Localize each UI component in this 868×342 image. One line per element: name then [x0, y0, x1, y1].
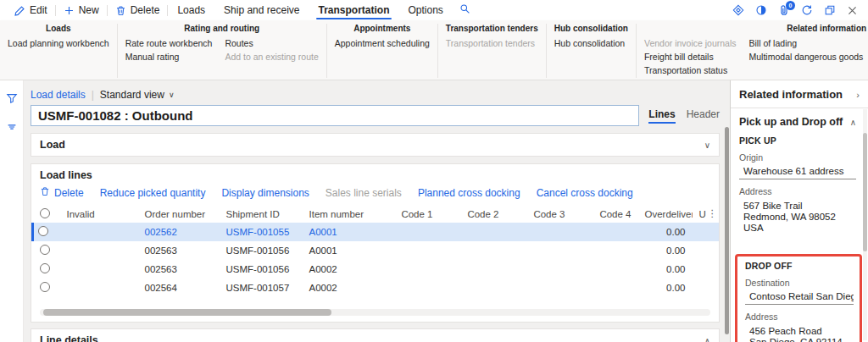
open-in-new-window-icon[interactable] [824, 4, 836, 16]
related-information-header[interactable]: Related information › [731, 80, 868, 108]
table-row[interactable]: 002563 USMF-001056 A0001 0.00 [33, 241, 720, 260]
close-icon[interactable] [847, 5, 858, 16]
column-code-3[interactable]: Code 3 [506, 205, 572, 223]
reduce-picked-quantity-button[interactable]: Reduce picked quantity [100, 187, 206, 199]
related-information-title: Related information [739, 88, 843, 101]
panel-scrollbar-thumb[interactable] [863, 133, 867, 251]
new-button[interactable]: New [56, 0, 107, 20]
contrast-icon[interactable] [755, 4, 767, 16]
delete-line-button[interactable]: Delete [40, 186, 84, 199]
tab-lines[interactable]: Lines [648, 108, 675, 124]
pickup-dropoff-group-header[interactable]: Pick up and Drop off ∧ [739, 114, 856, 135]
line-details-section-header[interactable]: Line details ∧ [31, 329, 719, 342]
order-number-cell[interactable]: 002562 [138, 223, 220, 241]
vertical-scrollbar-thumb[interactable] [725, 127, 729, 334]
shipment-id-cell[interactable]: USMF-001056 [220, 260, 303, 279]
column-code-1[interactable]: Code 1 [386, 205, 440, 223]
edit-button[interactable]: Edit [7, 0, 55, 20]
display-dimensions-button[interactable]: Display dimensions [221, 187, 309, 199]
search-icon[interactable] [453, 3, 477, 17]
pickup-dropoff-body: Pick up and Drop off ∧ PICK UP Origin Wa… [731, 108, 868, 342]
column-invalid[interactable]: Invalid [60, 205, 138, 223]
planned-cross-docking-button[interactable]: Planned cross docking [418, 187, 520, 199]
breadcrumb-load-details-link[interactable]: Load details [31, 89, 86, 101]
ribbon-item-multimodal-dangerous-goods[interactable]: Multimodal dangerous goods [749, 50, 864, 63]
column-options-icon[interactable]: ⋮ [708, 207, 718, 219]
select-all-header[interactable] [33, 205, 60, 223]
list-pane-icon[interactable] [6, 121, 18, 133]
order-number-cell[interactable]: 002563 [138, 260, 220, 279]
row-select-cell[interactable] [33, 279, 60, 297]
attachments-icon[interactable]: 0 [778, 4, 790, 16]
chevron-right-icon[interactable]: › [856, 90, 860, 100]
menu-tab-options[interactable]: Options [399, 2, 453, 19]
ribbon-group-loads: Loads Load planning workbench [0, 24, 118, 78]
select-all-radio[interactable] [40, 208, 50, 218]
load-section-header[interactable]: Load ∨ [31, 134, 719, 156]
column-order-number[interactable]: Order number [138, 205, 220, 223]
column-item-number[interactable]: Item number [303, 205, 386, 223]
ribbon-item-routes[interactable]: Routes [225, 36, 318, 50]
page-title-field[interactable]: USMF-001082 : Outbound [31, 105, 639, 126]
menu-tab-transportation[interactable]: Transportation [309, 2, 398, 19]
ribbon-item-transportation-status[interactable]: Transportation status [644, 63, 737, 77]
column-code-4[interactable]: Code 4 [572, 205, 638, 223]
shipment-id-cell[interactable]: USMF-001056 [220, 241, 303, 260]
view-selector[interactable]: Standard view ∨ [100, 89, 175, 101]
chevron-up-icon[interactable]: ∧ [850, 118, 856, 127]
order-number-cell[interactable]: 002564 [138, 279, 220, 297]
row-radio[interactable] [40, 282, 50, 292]
row-radio[interactable] [40, 245, 50, 255]
horizontal-scrollbar[interactable] [40, 309, 710, 316]
row-select-cell[interactable] [33, 260, 60, 279]
row-select-cell[interactable] [33, 223, 60, 241]
ribbon-item-hub-consolidation[interactable]: Hub consolidation [554, 36, 625, 50]
ribbon-item-manual-rating[interactable]: Manual rating [125, 50, 213, 63]
delete-button[interactable]: Delete [108, 0, 168, 20]
table-row[interactable]: 002564 USMF-001057 A0002 0.00 [33, 279, 720, 297]
sales-line-serials-button: Sales line serials [326, 187, 402, 199]
load-lines-section-header[interactable]: Load lines [31, 164, 719, 185]
item-number-cell[interactable]: A0002 [303, 260, 386, 279]
load-lines-section: Load lines Delete Reduce picked quantity… [31, 163, 720, 323]
column-shipment-id[interactable]: Shipment ID [220, 205, 303, 223]
diamond-icon[interactable] [732, 4, 744, 16]
filter-icon[interactable] [6, 92, 18, 104]
ribbon-item-appointment-scheduling[interactable]: Appointment scheduling [335, 36, 430, 50]
row-radio[interactable] [38, 226, 48, 236]
chevron-up-icon[interactable]: ∧ [704, 336, 710, 342]
item-number-cell[interactable]: A0002 [303, 279, 386, 297]
column-u-truncated[interactable]: U⋮ [693, 205, 720, 223]
tab-header[interactable]: Header [687, 108, 720, 124]
origin-field[interactable]: Warehouse 61 address [739, 163, 856, 179]
table-row[interactable]: 002562 USMF-001055 A0001 0.00 [33, 223, 720, 241]
overdelivery-cell: 0.00 [638, 241, 693, 260]
column-code-2[interactable]: Code 2 [440, 205, 506, 223]
vertical-scrollbar[interactable] [724, 80, 730, 342]
horizontal-scrollbar-thumb[interactable] [43, 309, 331, 316]
related-information-panel: Related information › Pick up and Drop o… [730, 80, 868, 342]
row-select-cell[interactable] [33, 241, 60, 260]
column-overdelivery[interactable]: Overdelivery [638, 205, 693, 223]
item-number-cell[interactable]: A0001 [303, 241, 386, 260]
ribbon-item-load-planning-workbench[interactable]: Load planning workbench [8, 36, 109, 50]
shipment-id-cell[interactable]: USMF-001055 [220, 223, 303, 241]
ribbon-item-rate-route-workbench[interactable]: Rate route workbench [125, 36, 213, 50]
cancel-cross-docking-button[interactable]: Cancel cross docking [537, 187, 633, 199]
ribbon-group-title: Transportation tenders [446, 24, 538, 33]
order-number-cell[interactable]: 002563 [138, 241, 220, 260]
row-radio[interactable] [40, 263, 50, 273]
menu-tab-loads[interactable]: Loads [168, 2, 214, 19]
item-number-cell[interactable]: A0001 [303, 223, 386, 241]
refresh-icon[interactable] [801, 4, 813, 16]
pickup-address-line: 567 Bike Trail [743, 201, 856, 212]
destination-field[interactable]: Contoso Retail San Diego [745, 289, 854, 305]
table-row[interactable]: 002563 USMF-001056 A0002 0.00 [33, 260, 720, 279]
panel-scrollbar[interactable] [863, 109, 867, 340]
ribbon-item-freight-bill-details[interactable]: Freight bill details [644, 50, 737, 63]
chevron-down-icon[interactable]: ∨ [704, 141, 710, 150]
ribbon-item-bill-of-lading[interactable]: Bill of lading [749, 36, 864, 50]
pick-up-heading: PICK UP [739, 135, 856, 146]
menu-tab-ship-and-receive[interactable]: Ship and receive [214, 2, 309, 19]
shipment-id-cell[interactable]: USMF-001057 [220, 279, 303, 297]
